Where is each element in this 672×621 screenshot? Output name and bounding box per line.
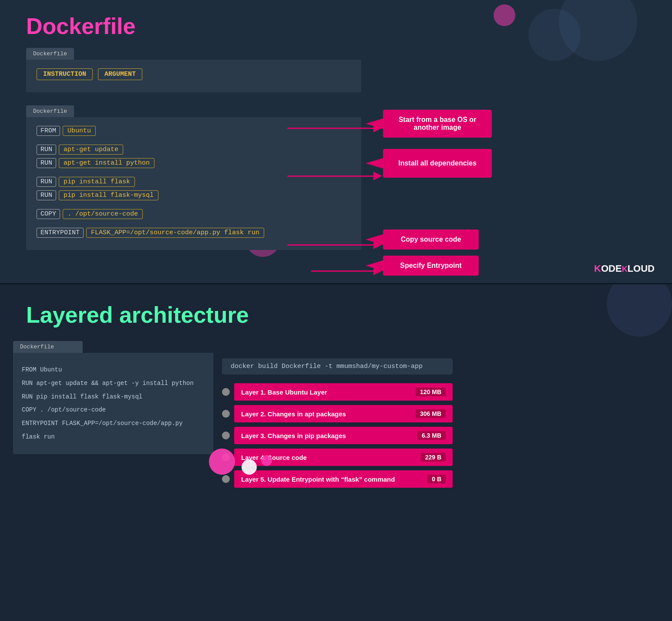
deco-circle-sec2	[607, 284, 672, 337]
annotation-copy: Copy source code	[383, 230, 479, 250]
instr-run2: RUN	[37, 158, 56, 168]
instr-run1: RUN	[37, 145, 56, 155]
argument-label: ARGUMENT	[98, 68, 142, 80]
code-row-run1: RUN apt-get update	[37, 145, 351, 155]
layer-row-4: Layer 4. Source code 229 B	[222, 449, 453, 466]
layer-label-2: Layer 2. Changes in apt packages	[241, 410, 346, 418]
layer-row-1: Layer 1. Base Ubuntu Layer 120 MB	[222, 383, 453, 401]
arrow-run	[287, 172, 382, 180]
code-row-copy: COPY . /opt/source-code	[37, 209, 351, 219]
layer-bar-3: Layer 3. Changes in pip packages 6.3 MB	[234, 427, 453, 444]
annotation-entrypoint-text: Specify Entrypoint	[400, 262, 461, 269]
annotation-run: Install all dependencies	[383, 149, 492, 178]
code-line-5: ENTRYPOINT FLASK_APP=/opt/source-code/ap…	[22, 417, 205, 444]
code-line-4: COPY . /opt/source-code	[22, 403, 205, 417]
logo-k1: K	[594, 263, 601, 274]
layer-label-1: Layer 1. Base Ubuntu Layer	[241, 388, 327, 396]
deco-circle-4	[494, 4, 515, 26]
layer-size-4: 229 B	[421, 453, 446, 462]
deco-pink-2	[261, 455, 272, 466]
deco-pink-1	[209, 449, 235, 475]
code-line-1: FROM Ubuntu	[22, 363, 205, 377]
layer-bar-5: Layer 5. Update Entrypoint with “flask” …	[234, 470, 453, 488]
instr-copy: COPY	[37, 209, 60, 219]
logo-ode: ODE	[601, 263, 622, 274]
code-row-run4: RUN pip install flask-mysql	[37, 190, 351, 200]
instr-run4: RUN	[37, 190, 56, 200]
code-row-run2: RUN apt-get install python	[37, 158, 351, 168]
spacer1	[37, 139, 351, 145]
main-code-block: FROM Ubuntu RUN apt-get update RUN apt-g…	[26, 117, 361, 250]
instr-run3: RUN	[37, 177, 56, 187]
code-panel-tab: Dockerfile	[13, 341, 83, 353]
logo-loud: LOUD	[628, 263, 655, 274]
layer-label-3: Layer 3. Changes in pip packages	[241, 432, 346, 439]
arg-ubuntu: Ubuntu	[63, 126, 96, 136]
tab-dockerfile-2: Dockerfile	[26, 105, 74, 117]
arg-entrypoint: FLASK_APP=/opt/source-code/app.py flask …	[86, 228, 264, 238]
layer-size-3: 6.3 MB	[417, 431, 446, 440]
section2-title: Layered architecture	[13, 302, 659, 328]
kodekloud-logo: KODEKLOUD	[594, 263, 655, 274]
logo-sep: K	[622, 265, 628, 273]
deco-circle-2	[528, 9, 581, 61]
layer-dot-2	[222, 410, 230, 418]
annotation-from: Start from a base OS or another image	[383, 110, 492, 138]
layer-row-3: Layer 3. Changes in pip packages 6.3 MB	[222, 427, 453, 444]
right-panel: docker build Dockerfile -t mmumshad/my-c…	[213, 341, 659, 492]
instruction-header: INSTRUCTION ARGUMENT	[37, 68, 351, 80]
arg-run3: pip install flask	[59, 177, 135, 187]
layer-size-2: 306 MB	[416, 409, 446, 418]
section-dockerfile: Dockerfile Dockerfile INSTRUCTION ARGUME…	[0, 0, 672, 283]
arg-run1: apt-get update	[59, 145, 123, 155]
instr-from: FROM	[37, 126, 60, 136]
spacer3	[37, 204, 351, 209]
annotation-from-text: Start from a base OS or another image	[399, 116, 477, 131]
layer-bar-1: Layer 1. Base Ubuntu Layer 120 MB	[234, 383, 453, 401]
code-panel-content: FROM Ubuntu RUN apt-get update && apt-ge…	[13, 353, 213, 454]
layer-dot-5	[222, 475, 230, 483]
layer-size-1: 120 MB	[416, 388, 446, 396]
layers-panel: Layer 1. Base Ubuntu Layer 120 MB Layer …	[222, 383, 453, 492]
arg-run2: apt-get install python	[59, 158, 155, 168]
layer-dot-1	[222, 388, 230, 396]
deco-white-1	[242, 459, 257, 475]
layer-dot-3	[222, 432, 230, 439]
code-line-2: RUN apt-get update && apt-get -y install…	[22, 377, 205, 390]
arg-copy: . /opt/source-code	[63, 209, 143, 219]
annotation-run-text: Install all dependencies	[398, 159, 477, 167]
layer-row-5: Layer 5. Update Entrypoint with “flask” …	[222, 470, 453, 488]
layered-main-layout: Dockerfile FROM Ubuntu RUN apt-get updat…	[13, 341, 659, 492]
instr-entrypoint: ENTRYPOINT	[37, 228, 84, 238]
annotation-copy-text: Copy source code	[401, 236, 461, 243]
tab-dockerfile-1: Dockerfile	[26, 48, 74, 60]
layer-row-2: Layer 2. Changes in apt packages 306 MB	[222, 405, 453, 422]
spacer4	[37, 223, 351, 228]
main-code-area: Dockerfile FROM Ubuntu RUN apt-get updat…	[26, 105, 646, 250]
header-code-block: INSTRUCTION ARGUMENT	[26, 60, 361, 92]
annotation-entrypoint: Specify Entrypoint	[383, 256, 479, 276]
layer-bar-2: Layer 2. Changes in apt packages 306 MB	[234, 405, 453, 422]
layer-label-5: Layer 5. Update Entrypoint with “flask” …	[241, 476, 395, 483]
code-panel: FROM Ubuntu RUN apt-get update && apt-ge…	[13, 353, 213, 454]
code-panel-wrapper: Dockerfile FROM Ubuntu RUN apt-get updat…	[13, 341, 213, 492]
layer-size-5: 0 B	[427, 475, 446, 483]
section-layered: Layered architecture Dockerfile FROM Ubu…	[0, 284, 672, 510]
code-row-entrypoint: ENTRYPOINT FLASK_APP=/opt/source-code/ap…	[37, 228, 351, 238]
instruction-label: INSTRUCTION	[37, 68, 93, 80]
arg-run4: pip install flask-mysql	[59, 190, 158, 200]
code-line-3: RUN pip install flask flask-mysql	[22, 390, 205, 404]
docker-command: docker build Dockerfile -t mmumshad/my-c…	[222, 358, 453, 375]
